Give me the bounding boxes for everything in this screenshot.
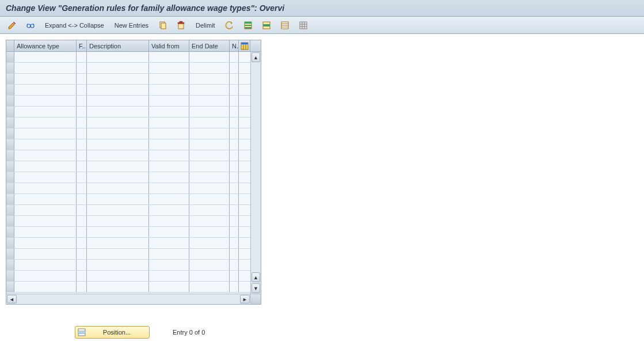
cell-n[interactable]	[230, 96, 239, 106]
cell-valid-from[interactable]	[149, 117, 189, 128]
cell-allowance-type[interactable]	[14, 63, 77, 73]
scroll-down-top-button[interactable]: ▲	[251, 272, 260, 282]
cell-description[interactable]	[87, 107, 149, 117]
table-row[interactable]	[6, 161, 250, 172]
undo-button[interactable]	[222, 20, 237, 31]
cell-f[interactable]	[77, 172, 87, 183]
header-config[interactable]	[239, 40, 250, 51]
cell-end-date[interactable]	[189, 260, 230, 270]
cell-end-date[interactable]	[189, 216, 230, 226]
header-selector[interactable]	[6, 40, 14, 51]
cell-f[interactable]	[77, 161, 87, 172]
cell-f[interactable]	[77, 107, 87, 117]
cell-end-date[interactable]	[189, 271, 230, 281]
deselect-all-button[interactable]	[277, 20, 292, 31]
hscroll-track[interactable]	[17, 294, 239, 304]
cell-end-date[interactable]	[189, 238, 230, 248]
select-all-button[interactable]	[241, 20, 256, 31]
cell-valid-from[interactable]	[149, 183, 189, 193]
row-selector[interactable]	[6, 194, 14, 204]
cell-description[interactable]	[87, 271, 149, 281]
cell-f[interactable]	[77, 117, 87, 128]
table-row[interactable]	[6, 150, 250, 161]
cell-end-date[interactable]	[189, 249, 230, 259]
cell-n[interactable]	[230, 161, 239, 172]
row-selector[interactable]	[6, 117, 14, 128]
cell-end-date[interactable]	[189, 139, 230, 150]
cell-description[interactable]	[87, 282, 149, 292]
cell-n[interactable]	[230, 52, 239, 62]
cell-f[interactable]	[77, 183, 87, 193]
cell-allowance-type[interactable]	[14, 117, 77, 128]
cell-allowance-type[interactable]	[14, 216, 77, 226]
row-selector[interactable]	[6, 260, 14, 270]
table-row[interactable]	[6, 172, 250, 183]
cell-allowance-type[interactable]	[14, 107, 77, 117]
cell-allowance-type[interactable]	[14, 238, 77, 248]
delimit-button[interactable]: Delimit	[192, 21, 219, 30]
table-row[interactable]	[6, 238, 250, 249]
cell-f[interactable]	[77, 96, 87, 106]
cell-allowance-type[interactable]	[14, 150, 77, 161]
cell-valid-from[interactable]	[149, 161, 189, 172]
cell-description[interactable]	[87, 216, 149, 226]
row-selector[interactable]	[6, 183, 14, 193]
cell-f[interactable]	[77, 74, 87, 84]
row-selector[interactable]	[6, 139, 14, 150]
cell-allowance-type[interactable]	[14, 282, 77, 292]
cell-n[interactable]	[230, 183, 239, 193]
cell-valid-from[interactable]	[149, 249, 189, 259]
cell-end-date[interactable]	[189, 183, 230, 193]
row-selector[interactable]	[6, 205, 14, 215]
cell-f[interactable]	[77, 52, 87, 62]
cell-valid-from[interactable]	[149, 74, 189, 84]
header-allowance-type[interactable]: Allowance type	[14, 40, 77, 51]
cell-n[interactable]	[230, 227, 239, 237]
cell-allowance-type[interactable]	[14, 172, 77, 183]
cell-allowance-type[interactable]	[14, 194, 77, 204]
row-selector[interactable]	[6, 96, 14, 106]
cell-valid-from[interactable]	[149, 238, 189, 248]
cell-allowance-type[interactable]	[14, 227, 77, 237]
cell-f[interactable]	[77, 238, 87, 248]
cell-n[interactable]	[230, 238, 239, 248]
row-selector[interactable]	[6, 216, 14, 226]
cell-description[interactable]	[87, 63, 149, 73]
row-selector[interactable]	[6, 271, 14, 281]
scroll-up-button[interactable]: ▲	[251, 52, 260, 62]
cell-n[interactable]	[230, 128, 239, 139]
cell-f[interactable]	[77, 194, 87, 204]
cell-f[interactable]	[77, 150, 87, 161]
row-selector[interactable]	[6, 161, 14, 172]
table-row[interactable]	[6, 249, 250, 260]
cell-description[interactable]	[87, 128, 149, 139]
row-selector[interactable]	[6, 85, 14, 95]
table-row[interactable]	[6, 74, 250, 85]
cell-description[interactable]	[87, 249, 149, 259]
scroll-right-button[interactable]: ►	[240, 295, 250, 303]
cell-valid-from[interactable]	[149, 107, 189, 117]
scroll-track[interactable]	[251, 63, 261, 272]
cell-valid-from[interactable]	[149, 85, 189, 95]
row-selector[interactable]	[6, 52, 14, 62]
table-row[interactable]	[6, 194, 250, 205]
cell-description[interactable]	[87, 117, 149, 128]
cell-end-date[interactable]	[189, 63, 230, 73]
table-row[interactable]	[6, 85, 250, 96]
cell-f[interactable]	[77, 227, 87, 237]
copy-button[interactable]	[155, 20, 170, 31]
change-button[interactable]	[5, 20, 20, 31]
cell-end-date[interactable]	[189, 282, 230, 292]
cell-description[interactable]	[87, 52, 149, 62]
cell-end-date[interactable]	[189, 96, 230, 106]
cell-valid-from[interactable]	[149, 128, 189, 139]
cell-description[interactable]	[87, 139, 149, 150]
vertical-scrollbar[interactable]: ▲ ▲ ▼	[250, 52, 261, 294]
cell-f[interactable]	[77, 271, 87, 281]
new-entries-button[interactable]: New Entries	[111, 21, 152, 30]
cell-n[interactable]	[230, 63, 239, 73]
cell-n[interactable]	[230, 85, 239, 95]
row-selector[interactable]	[6, 249, 14, 259]
cell-end-date[interactable]	[189, 128, 230, 139]
cell-f[interactable]	[77, 205, 87, 215]
